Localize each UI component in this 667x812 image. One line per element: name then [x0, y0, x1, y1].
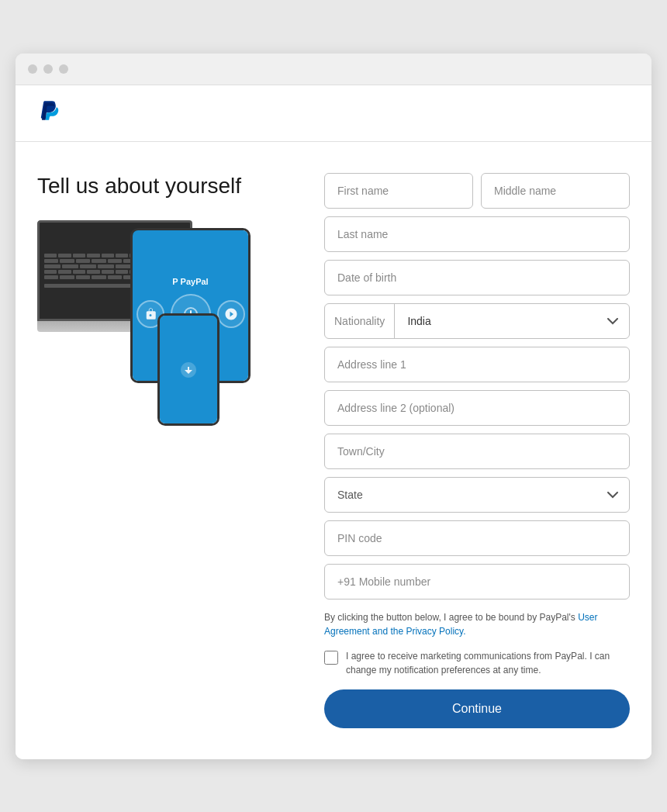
first-name-field [324, 173, 473, 209]
continue-button[interactable]: Continue [324, 689, 630, 728]
nationality-field: Nationality India [324, 303, 630, 339]
pin-code-input[interactable] [324, 520, 630, 556]
dob-field [324, 260, 630, 295]
middle-name-input[interactable] [481, 173, 630, 209]
window-dot-minimize[interactable] [43, 64, 53, 74]
pin-code-field [324, 520, 630, 556]
marketing-checkbox[interactable] [324, 651, 338, 665]
mobile-field [324, 564, 630, 599]
marketing-consent-row: I agree to receive marketing communicati… [324, 649, 630, 677]
device-illustration: P PayPal [37, 220, 270, 391]
nationality-label: Nationality [325, 304, 395, 338]
tablet-icon-3 [217, 300, 245, 328]
address-line1-input[interactable] [324, 347, 630, 382]
town-city-field [324, 434, 630, 469]
last-name-field [324, 216, 630, 252]
disclaimer-text: By clicking the button below, I agree to… [324, 610, 630, 638]
paypal-logo-icon [37, 99, 59, 124]
main-body: Tell us about yourself [16, 142, 651, 759]
registration-form: Nationality India [324, 173, 630, 728]
town-city-input[interactable] [324, 434, 630, 469]
address-line2-field [324, 390, 630, 426]
window-content: Tell us about yourself [16, 85, 651, 759]
window-dot-maximize[interactable] [59, 64, 68, 74]
phone-screen [160, 316, 217, 423]
nationality-select[interactable]: India [395, 304, 629, 338]
address-line2-input[interactable] [324, 390, 630, 426]
state-select[interactable]: State [325, 478, 629, 512]
left-panel: Tell us about yourself [37, 173, 301, 728]
dob-input[interactable] [324, 260, 630, 295]
window-dot-close[interactable] [28, 64, 37, 74]
phone-icon [157, 313, 219, 426]
state-field: State [324, 477, 630, 513]
title-bar [16, 54, 651, 85]
page-title: Tell us about yourself [37, 173, 301, 199]
marketing-label: I agree to receive marketing communicati… [346, 649, 630, 677]
app-window: Tell us about yourself [16, 54, 651, 759]
first-name-input[interactable] [324, 173, 473, 209]
middle-name-field [481, 173, 630, 209]
address-line1-field [324, 347, 630, 382]
last-name-input[interactable] [324, 216, 630, 252]
mobile-input[interactable] [324, 564, 630, 599]
tablet-paypal-logo: P PayPal [172, 277, 208, 286]
header [16, 85, 651, 142]
name-row [324, 173, 630, 209]
